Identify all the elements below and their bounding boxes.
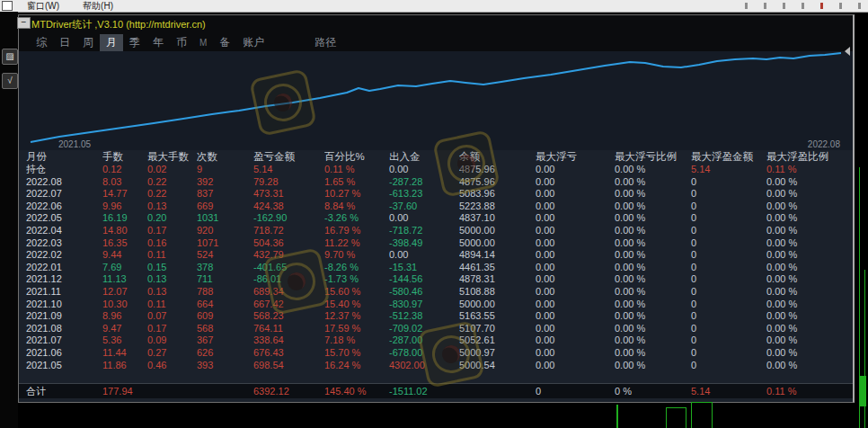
table-cell: 524 <box>197 249 253 262</box>
column-header[interactable]: 月份 <box>26 150 102 164</box>
table-cell: 0.00 % <box>615 334 691 347</box>
table-row[interactable]: 2021.1010.300.11664667.4215.40 %-830.975… <box>19 299 853 311</box>
table-cell: 2022.03 <box>26 237 102 250</box>
table-row[interactable]: 2022.0714.770.22837473.3110.27 %-613.235… <box>19 188 853 201</box>
table-cell: -613.23 <box>389 188 459 201</box>
table-cell: 0.00 % <box>615 262 691 274</box>
tab-周[interactable]: 周 <box>76 34 100 51</box>
table-cell: 0 <box>536 384 615 398</box>
tab-季[interactable]: 季 <box>123 34 146 51</box>
table-cell: 0.00 % <box>766 360 853 372</box>
tab-币[interactable]: 币 <box>170 34 193 51</box>
table-cell: 0.00 % <box>615 212 691 225</box>
table-row[interactable]: 2021.0511.860.46393698.5416.24 %4302.005… <box>19 360 853 372</box>
tab-备[interactable]: 备 <box>213 34 236 51</box>
table-cell: 0.11 <box>147 249 197 262</box>
column-header[interactable]: 最大浮亏 <box>536 150 615 164</box>
table-row[interactable]: 2021.0611.440.27626676.4315.70 %-678.005… <box>19 347 853 360</box>
table-cell: 5163.55 <box>459 310 536 323</box>
menu-help[interactable]: 帮助(H) <box>83 0 113 13</box>
table-cell: 12.37 % <box>324 310 389 323</box>
tab-账户[interactable]: 账户 <box>236 34 270 51</box>
table-cell: 1071 <box>197 237 253 250</box>
column-header[interactable]: 最大浮盈金额 <box>691 150 766 164</box>
table-cell: 568 <box>197 323 253 335</box>
table-cell: 0 <box>691 188 766 201</box>
tab-bar: 综日周月季年币M备账户路径 <box>19 34 853 51</box>
equity-line <box>31 53 841 142</box>
table-row[interactable]: 2021.098.960.07609568.2312.37 %-512.3851… <box>19 310 853 323</box>
table-cell <box>459 384 536 398</box>
check-tool-icon[interactable]: √ <box>2 73 18 89</box>
column-header[interactable]: 次数 <box>197 150 253 164</box>
table-cell: 5223.88 <box>459 201 536 213</box>
column-header[interactable]: 最大浮盈比例 <box>766 150 853 164</box>
column-header[interactable]: 百分比% <box>324 150 389 164</box>
table-cell: 145.40 % <box>324 384 389 398</box>
tab-年[interactable]: 年 <box>146 34 170 51</box>
table-cell: 837 <box>197 188 253 201</box>
table-row[interactable]: 2022.029.440.11524432.799.70 %0.004894.1… <box>19 249 853 262</box>
table-cell: 0 <box>691 323 766 335</box>
minimize-indicator-button[interactable]: − <box>17 17 31 29</box>
table-row[interactable]: 2022.0316.350.161071504.3611.22 %-398.49… <box>19 237 853 250</box>
tab-M[interactable]: M <box>193 37 213 49</box>
table-cell: 5000.00 <box>459 299 536 311</box>
column-header[interactable]: 余额 <box>459 150 536 164</box>
table-cell: 5000.54 <box>459 360 536 372</box>
column-header[interactable]: 手数 <box>102 150 147 164</box>
background-candle-line <box>616 405 618 428</box>
table-row[interactable]: 2022.0414.800.17920718.7216.79 %-718.725… <box>19 225 853 237</box>
table-cell: 0.17 <box>147 225 197 237</box>
move-tool-icon[interactable]: ▨ <box>2 49 18 65</box>
tab-路径[interactable]: 路径 <box>308 34 342 51</box>
table-cell <box>197 384 253 398</box>
table-cell: 0 <box>691 249 766 262</box>
table-cell: 5000.97 <box>459 347 536 360</box>
table-total-row[interactable]: 合计177.946392.12145.40 %-1511.0200 %5.140… <box>19 383 853 398</box>
table-cell: 0 <box>691 212 766 225</box>
toolbar-cropped-icons[interactable] <box>745 3 861 9</box>
table-cell: 合计 <box>26 384 102 398</box>
equity-chart-svg <box>19 51 854 150</box>
table-cell: 0.00 % <box>766 286 853 299</box>
menu-window[interactable]: 窗口(W) <box>27 0 59 13</box>
tab-日[interactable]: 日 <box>53 34 76 51</box>
table-cell: -718.72 <box>389 225 459 237</box>
table-cell: 2021.12 <box>26 273 102 286</box>
collapse-arrow-icon[interactable] <box>845 47 850 56</box>
tab-综[interactable]: 综 <box>30 34 53 51</box>
column-header[interactable]: 盈亏金额 <box>253 150 324 164</box>
table-row[interactable]: 2022.088.030.2239279.281.65 %-287.284875… <box>19 176 853 189</box>
table-cell: 0 <box>691 201 766 213</box>
table-cell: 4302.00 <box>389 360 459 372</box>
table-row[interactable]: 2021.089.470.17568764.1117.59 %-709.0251… <box>19 323 853 335</box>
tab-月[interactable]: 月 <box>100 34 123 51</box>
table-row[interactable]: 2021.075.360.09367338.647.18 %-287.00505… <box>19 334 853 347</box>
table-cell: -512.38 <box>389 310 459 323</box>
table-cell: 0.00 <box>389 164 459 176</box>
table-row[interactable]: 2022.017.690.15378-401.65-8.26 %-15.3144… <box>19 262 853 274</box>
table-cell: 0.00 % <box>766 212 853 225</box>
table-cell: 2022.08 <box>26 176 102 189</box>
column-header[interactable]: 最大手数 <box>147 150 197 164</box>
table-row[interactable]: 2022.069.960.13669424.388.84 %-37.605223… <box>19 201 853 213</box>
table-cell: 4875.96 <box>459 164 536 176</box>
table-cell: 0.00 % <box>766 273 853 286</box>
table-row[interactable]: 2021.1211.130.13711-86.01-1.73 %-144.564… <box>19 273 853 286</box>
table-cell: 11.22 % <box>324 237 389 250</box>
table-cell: 9.44 <box>102 249 147 262</box>
table-cell: 0.00 <box>389 249 459 262</box>
table-cell: 2021.05 <box>26 360 102 372</box>
table-cell: 9.70 % <box>324 249 389 262</box>
table-row[interactable]: 2022.0516.190.201031-162.90-3.26 %0.0048… <box>19 212 853 225</box>
table-cell: 0.00 <box>389 212 459 225</box>
column-header[interactable]: 最大浮亏比例 <box>615 150 691 164</box>
table-cell: 0.00 % <box>766 176 853 189</box>
table-row[interactable]: 持仓0.120.0295.140.11 %0.004875.960.000.00… <box>19 164 853 176</box>
table-row[interactable]: 2021.1112.070.13788689.3415.60 %-580.465… <box>19 286 853 299</box>
table-cell: 2022.02 <box>26 249 102 262</box>
table-cell: 0.00 % <box>766 262 853 274</box>
table-cell: -162.90 <box>253 212 324 225</box>
column-header[interactable]: 出入金 <box>389 150 459 164</box>
